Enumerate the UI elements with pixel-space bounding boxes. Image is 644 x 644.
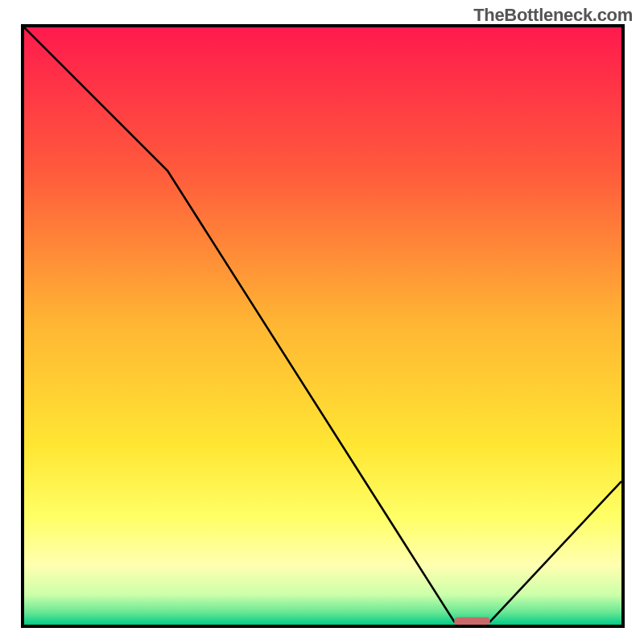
optimal-range-marker xyxy=(454,617,490,625)
chart-svg xyxy=(24,27,621,625)
watermark-text: TheBottleneck.com xyxy=(473,5,633,26)
chart-area xyxy=(21,24,625,628)
